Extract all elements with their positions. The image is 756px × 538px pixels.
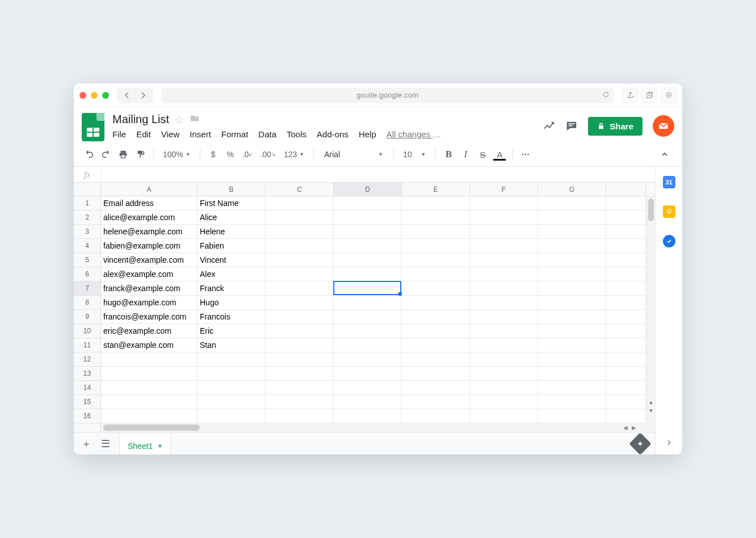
percent-button[interactable]: %	[223, 147, 238, 162]
cell[interactable]	[402, 211, 470, 225]
cell[interactable]	[470, 211, 538, 225]
cell[interactable]	[402, 381, 470, 395]
cell[interactable]	[266, 253, 334, 267]
cell[interactable]	[470, 367, 538, 381]
cell[interactable]	[470, 310, 538, 324]
cell[interactable]	[198, 352, 266, 367]
hide-sidepanel-button[interactable]	[665, 439, 673, 449]
zoom-window-button[interactable]	[102, 92, 109, 99]
cell[interactable]	[538, 281, 606, 296]
cell[interactable]	[334, 239, 402, 253]
column-header[interactable]: C	[266, 183, 334, 196]
cell[interactable]	[470, 338, 538, 352]
cell[interactable]	[470, 267, 538, 281]
cell[interactable]	[198, 409, 266, 423]
currency-button[interactable]: $	[206, 147, 221, 162]
cell[interactable]	[606, 381, 646, 395]
cell[interactable]	[402, 352, 470, 367]
scroll-thumb[interactable]	[103, 424, 200, 431]
cell[interactable]	[606, 211, 646, 225]
cell[interactable]	[470, 381, 538, 395]
move-folder-icon[interactable]	[190, 113, 200, 126]
menu-addons[interactable]: Add-ons	[317, 129, 348, 139]
column-header[interactable]: D	[334, 183, 402, 196]
menu-data[interactable]: Data	[258, 129, 276, 139]
menu-file[interactable]: File	[112, 129, 126, 139]
cell[interactable]	[266, 239, 334, 253]
number-format-dropdown[interactable]: 123▼	[280, 147, 308, 162]
menu-format[interactable]: Format	[221, 129, 249, 139]
cell[interactable]	[606, 281, 646, 296]
scroll-right-icon[interactable]: ▶	[629, 423, 638, 432]
cell[interactable]	[266, 225, 334, 239]
scroll-up-icon[interactable]: ▲	[647, 398, 655, 406]
cell[interactable]	[470, 395, 538, 409]
cell[interactable]	[402, 196, 470, 211]
cell[interactable]: Franck	[198, 281, 266, 296]
cell[interactable]	[334, 395, 402, 409]
cell[interactable]	[470, 225, 538, 239]
cell[interactable]	[266, 324, 334, 338]
menu-tools[interactable]: Tools	[287, 129, 306, 139]
horizontal-scrollbar[interactable]: ◀ ▶	[74, 423, 655, 432]
cell[interactable]: alex@example.com	[101, 267, 198, 281]
all-sheets-button[interactable]: ☰	[100, 438, 111, 450]
cell[interactable]	[101, 352, 198, 367]
row-header[interactable]: 6	[74, 267, 101, 281]
cell[interactable]: Fabien	[198, 239, 266, 253]
cell[interactable]: Alex	[198, 267, 266, 281]
menu-view[interactable]: View	[161, 129, 179, 139]
row-header[interactable]: 2	[74, 211, 101, 225]
cell[interactable]	[606, 324, 646, 338]
cell[interactable]	[402, 367, 470, 381]
cell[interactable]	[198, 395, 266, 409]
cell[interactable]: Stan	[198, 338, 266, 352]
row-header[interactable]: 8	[74, 296, 101, 310]
cell[interactable]	[198, 367, 266, 381]
star-icon[interactable]: ☆	[175, 114, 184, 126]
cell[interactable]: Hugo	[198, 296, 266, 310]
share-button[interactable]: Share	[588, 117, 642, 136]
column-header[interactable]	[606, 183, 646, 196]
dec-decrease-button[interactable]: .0↙	[240, 147, 256, 162]
close-window-button[interactable]	[79, 92, 86, 99]
cell[interactable]: stan@example.com	[101, 338, 198, 352]
cell[interactable]	[266, 367, 334, 381]
cell[interactable]	[334, 381, 402, 395]
cell[interactable]	[402, 239, 470, 253]
back-button[interactable]	[119, 87, 135, 103]
column-header[interactable]: E	[402, 183, 470, 196]
cell[interactable]	[402, 310, 470, 324]
cell[interactable]	[402, 267, 470, 281]
more-tools-button[interactable]: ⋯	[519, 147, 534, 162]
cell[interactable]	[101, 381, 198, 395]
cell[interactable]	[538, 296, 606, 310]
undo-button[interactable]	[82, 147, 96, 162]
cell[interactable]	[334, 367, 402, 381]
sheet-tab[interactable]: Sheet1 ▼	[119, 436, 171, 455]
fx-input[interactable]	[101, 167, 655, 182]
cell[interactable]: Francois	[198, 310, 266, 324]
cell[interactable]	[538, 381, 606, 395]
cell[interactable]: Eric	[198, 324, 266, 338]
sheets-logo-icon[interactable]	[82, 113, 104, 141]
cell[interactable]	[402, 225, 470, 239]
cell[interactable]	[606, 352, 646, 367]
cell[interactable]	[606, 239, 646, 253]
cell[interactable]	[606, 367, 646, 381]
row-header[interactable]: 7	[74, 281, 101, 296]
cell[interactable]	[402, 324, 470, 338]
calendar-addon-icon[interactable]: 31	[663, 176, 675, 188]
menu-insert[interactable]: Insert	[190, 129, 211, 139]
cell[interactable]	[538, 239, 606, 253]
font-size-dropdown[interactable]: 10 ▼	[400, 147, 429, 162]
account-avatar[interactable]	[653, 115, 674, 137]
cell[interactable]	[470, 296, 538, 310]
cell[interactable]: eric@example.com	[101, 324, 198, 338]
cell[interactable]	[538, 367, 606, 381]
cell[interactable]	[606, 253, 646, 267]
explore-button[interactable]: ✦	[629, 432, 652, 455]
column-header[interactable]: F	[470, 183, 538, 196]
cell[interactable]: fabien@example.com	[101, 239, 198, 253]
cell[interactable]	[101, 367, 198, 381]
